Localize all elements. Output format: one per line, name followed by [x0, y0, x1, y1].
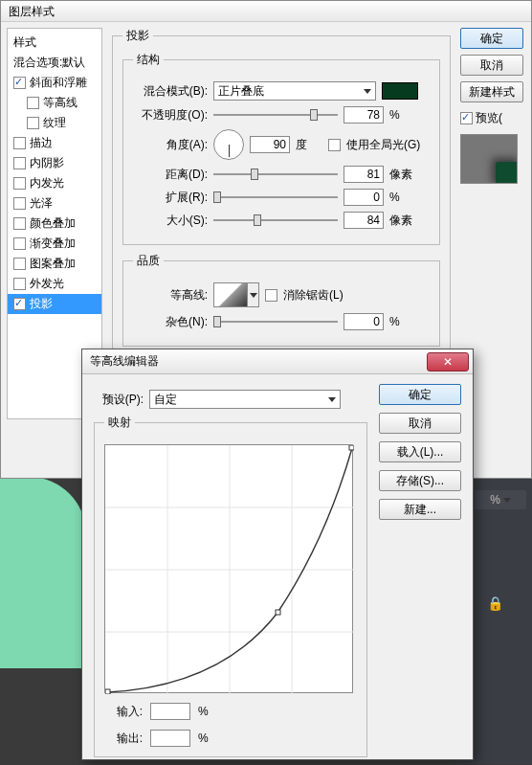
item-contour[interactable]: 等高线 — [8, 93, 101, 113]
antialias-label: 消除锯齿(L) — [283, 287, 344, 304]
opacity-field[interactable]: 78 — [344, 106, 384, 124]
dialog-titlebar[interactable]: 图层样式 — [1, 1, 531, 22]
mapping-group: 映射 输入: % — [94, 415, 367, 757]
chevron-down-icon — [328, 397, 336, 402]
checkbox-icon[interactable] — [13, 77, 26, 89]
angle-field[interactable]: 90 — [250, 136, 290, 153]
structure-group: 结构 混合模式(B): 正片叠底 不透明度(O): 78 % 角度(A): — [122, 52, 440, 245]
lock-icon: 🔒 — [487, 596, 503, 611]
chevron-down-icon — [364, 89, 371, 94]
distance-slider[interactable] — [213, 166, 338, 183]
noise-slider[interactable] — [213, 313, 338, 330]
mapping-legend: 映射 — [104, 415, 135, 431]
opacity-slider[interactable] — [213, 106, 338, 124]
size-slider[interactable] — [213, 212, 338, 229]
item-stroke[interactable]: 描边 — [8, 133, 101, 153]
close-button[interactable]: ✕ — [427, 352, 469, 371]
preview-thumbnail — [460, 134, 518, 184]
distance-label: 距离(D): — [133, 167, 208, 183]
svg-rect-7 — [276, 610, 280, 615]
color-swatch[interactable] — [382, 82, 418, 100]
item-outer-glow[interactable]: 外发光 — [8, 274, 101, 294]
blend-mode-combo[interactable]: 正片叠底 — [213, 81, 376, 101]
item-inner-shadow[interactable]: 内阴影 — [8, 153, 101, 173]
checkbox-icon[interactable] — [27, 117, 39, 129]
chevron-down-icon — [250, 293, 257, 298]
output-label: 输出: — [104, 731, 143, 747]
save-button[interactable]: 存储(S)... — [379, 470, 461, 491]
noise-field[interactable]: 0 — [344, 313, 384, 330]
checkbox-icon[interactable] — [27, 97, 39, 109]
item-inner-glow[interactable]: 内发光 — [8, 173, 101, 193]
size-label: 大小(S): — [133, 213, 208, 229]
contour-label: 等高线: — [133, 287, 208, 304]
svg-rect-6 — [105, 689, 110, 694]
antialias-checkbox[interactable] — [265, 289, 277, 302]
zoom-pill[interactable]: % — [475, 490, 526, 509]
blend-mode-label: 混合模式(B): — [133, 83, 208, 100]
noise-label: 杂色(N): — [133, 314, 208, 330]
dialog-title: 图层样式 — [9, 5, 55, 18]
quality-group: 品质 等高线: 消除锯齿(L) 杂色(N): 0 % — [122, 253, 440, 347]
checkbox-icon[interactable] — [13, 298, 26, 310]
ok-button[interactable]: 确定 — [460, 28, 523, 49]
section-title: 投影 — [122, 28, 153, 44]
input-field[interactable] — [150, 703, 190, 720]
checkbox-icon[interactable] — [13, 177, 26, 190]
quality-legend: 品质 — [133, 253, 164, 269]
item-pattern-overlay[interactable]: 图案叠加 — [8, 254, 101, 274]
cancel-button[interactable]: 取消 — [460, 55, 523, 76]
contour-ok-button[interactable]: 确定 — [379, 384, 461, 405]
svg-rect-8 — [349, 445, 354, 450]
checkbox-icon[interactable] — [13, 258, 26, 270]
item-drop-shadow[interactable]: 投影 — [8, 294, 101, 314]
spread-field[interactable]: 0 — [344, 189, 384, 206]
checkbox-icon[interactable] — [13, 197, 26, 210]
new-button[interactable]: 新建... — [379, 499, 461, 520]
style-header[interactable]: 样式 — [8, 33, 101, 53]
item-color-overlay[interactable]: 颜色叠加 — [8, 214, 101, 234]
checkbox-icon[interactable] — [13, 137, 26, 149]
preset-label: 预设(P): — [94, 392, 144, 408]
contour-title: 等高线编辑器 — [90, 353, 159, 370]
contour-editor-dialog: 等高线编辑器 ✕ 预设(P): 自定 映射 — [81, 349, 474, 760]
contour-cancel-button[interactable]: 取消 — [379, 413, 461, 434]
spread-slider[interactable] — [213, 189, 338, 206]
angle-dial[interactable] — [213, 129, 244, 160]
checkbox-icon[interactable] — [13, 237, 26, 250]
blend-options-header[interactable]: 混合选项:默认 — [8, 53, 101, 73]
global-light-checkbox[interactable] — [328, 139, 341, 151]
opacity-label: 不透明度(O): — [133, 107, 208, 124]
checkbox-icon[interactable] — [13, 217, 26, 230]
checkbox-icon[interactable] — [13, 278, 26, 290]
global-light-label: 使用全局光(G) — [346, 137, 420, 153]
size-field[interactable]: 84 — [344, 212, 384, 229]
item-satin[interactable]: 光泽 — [8, 193, 101, 214]
contour-titlebar[interactable]: 等高线编辑器 ✕ — [82, 349, 473, 374]
checkbox-icon[interactable] — [13, 157, 26, 169]
spread-label: 扩展(R): — [133, 190, 208, 206]
input-label: 输入: — [104, 704, 143, 720]
new-style-button[interactable]: 新建样式 — [460, 81, 523, 102]
curve-editor[interactable] — [104, 444, 353, 693]
load-button[interactable]: 载入(L)... — [379, 441, 461, 462]
distance-field[interactable]: 81 — [344, 166, 384, 183]
contour-picker-button[interactable] — [248, 282, 259, 307]
preview-toggle[interactable]: 预览( — [460, 108, 523, 128]
structure-legend: 结构 — [133, 52, 164, 68]
angle-label: 角度(A): — [133, 137, 208, 153]
item-texture[interactable]: 纹理 — [8, 113, 101, 133]
preset-combo[interactable]: 自定 — [149, 390, 341, 409]
item-bevel[interactable]: 斜面和浮雕 — [8, 73, 101, 93]
output-field[interactable] — [150, 730, 190, 747]
chevron-down-icon — [503, 498, 511, 503]
bg-green-shape — [0, 477, 86, 668]
checkbox-icon[interactable] — [460, 112, 473, 124]
contour-thumbnail[interactable] — [213, 282, 248, 307]
item-gradient-overlay[interactable]: 渐变叠加 — [8, 234, 101, 254]
